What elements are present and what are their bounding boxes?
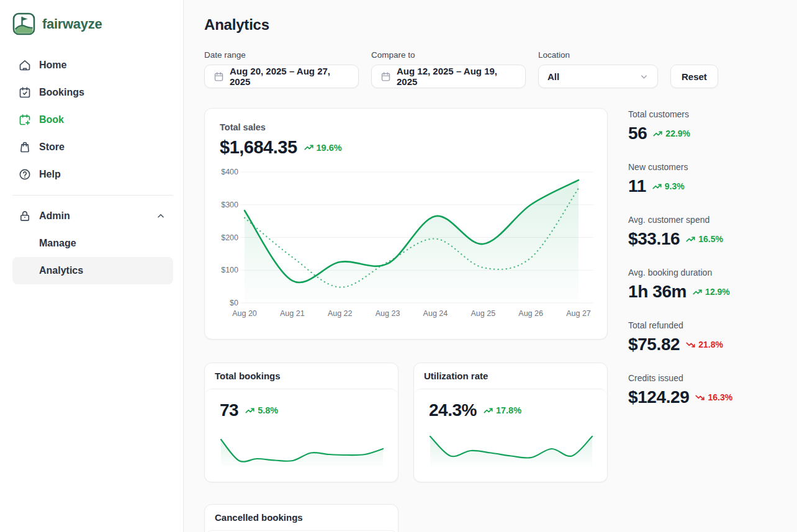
sidebar-item-help[interactable]: Help	[12, 161, 173, 188]
sidebar-item-admin[interactable]: Admin	[12, 202, 173, 230]
compare-to-input[interactable]: Aug 12, 2025 – Aug 19, 2025	[371, 65, 526, 88]
sidebar-item-home[interactable]: Home	[12, 52, 173, 79]
x-axis-tick-label: Aug 25	[471, 309, 495, 318]
stat-credits-issued: Credits issued $124.29 16.3%	[628, 373, 797, 407]
compare-to-value: Aug 12, 2025 – Aug 19, 2025	[397, 66, 516, 87]
x-axis-tick-label: Aug 21	[280, 309, 305, 318]
y-axis-tick-label: $300	[221, 201, 238, 209]
calendar-icon	[380, 71, 391, 82]
x-axis-tick-label: Aug 24	[423, 309, 448, 318]
stat-trend: 21.8%	[685, 340, 723, 349]
sidebar-item-bookings[interactable]: Bookings	[12, 79, 173, 106]
x-axis-tick-label: Aug 23	[376, 309, 400, 318]
y-axis-tick-label: $400	[221, 168, 238, 176]
home-icon	[19, 59, 31, 71]
reset-button[interactable]: Reset	[670, 65, 718, 88]
sidebar-item-label: Help	[39, 169, 61, 180]
sidebar-item-manage[interactable]: Manage	[12, 230, 173, 257]
y-axis-tick-label: $0	[230, 299, 238, 307]
total-sales-label: Total sales	[220, 122, 592, 132]
stat-trend: 16.3%	[695, 392, 732, 402]
total-bookings-sparkline	[220, 428, 384, 466]
total-bookings-card: Total bookings 73 5.8%	[204, 363, 398, 482]
stat-avg-customer-spend: Avg. customer spend $33.16 16.5%	[628, 215, 797, 249]
current-period-area	[245, 180, 579, 303]
sidebar-item-label: Book	[39, 114, 64, 125]
stat-total-customers: Total customers 56 22.9%	[628, 109, 797, 143]
sparkline-area	[430, 436, 592, 466]
utilization-rate-value: 24.3%	[429, 400, 477, 420]
x-axis-tick-label: Aug 27	[566, 309, 591, 318]
trend-up-icon	[685, 235, 696, 244]
stat-value: $75.82	[628, 335, 680, 354]
stat-trend: 16.5%	[685, 234, 723, 244]
brand-wordmark: fairwayze	[42, 16, 102, 32]
stat-value: 1h 36m	[628, 282, 687, 302]
stat-value: 11	[628, 176, 646, 196]
help-circle-icon	[19, 168, 31, 181]
stat-avg-booking-duration: Avg. booking duration 1h 36m 12.9%	[628, 268, 797, 302]
total-bookings-value: 73	[220, 400, 238, 420]
utilization-rate-sparkline	[429, 428, 593, 466]
total-bookings-trend: 5.8%	[245, 405, 278, 415]
cancelled-bookings-card: Cancelled bookings	[204, 504, 398, 532]
chevron-up-icon	[155, 210, 167, 222]
shopping-bag-icon	[19, 141, 31, 153]
location-select[interactable]: All	[538, 65, 658, 88]
lock-icon	[19, 210, 31, 222]
trend-down-icon	[685, 340, 696, 349]
sidebar-item-label: Store	[39, 142, 65, 153]
stats-column: Total customers 56 22.9% New customers 1…	[628, 108, 797, 532]
fairwayze-logo-icon	[12, 12, 35, 35]
date-range-value: Aug 20, 2025 – Aug 27, 2025	[230, 66, 349, 87]
trend-up-icon	[692, 287, 703, 297]
sidebar-item-label: Bookings	[39, 87, 84, 98]
sidebar-divider	[12, 195, 173, 196]
trend-up-icon	[245, 406, 255, 415]
sidebar-item-label: Admin	[39, 210, 70, 222]
stat-trend: 9.3%	[652, 181, 685, 191]
stat-total-refunded: Total refunded $75.82 21.8%	[628, 320, 797, 354]
main-content: Analytics Date range Aug 20, 2025 – Aug …	[184, 0, 797, 532]
stat-new-customers: New customers 11 9.3%	[628, 162, 797, 196]
stat-value: $124.29	[628, 387, 689, 407]
trend-down-icon	[695, 393, 705, 402]
sidebar-item-label: Analytics	[39, 265, 83, 276]
chevron-down-icon	[639, 72, 649, 81]
utilization-rate-card: Utilization rate 24.3% 17.8%	[413, 363, 608, 482]
brand-logo[interactable]: fairwayze	[12, 12, 173, 35]
trend-up-icon	[483, 406, 493, 415]
x-axis-tick-label: Aug 22	[328, 309, 353, 318]
utilization-rate-label: Utilization rate	[414, 363, 607, 389]
compare-to-label: Compare to	[371, 50, 526, 60]
filter-bar: Date range Aug 20, 2025 – Aug 27, 2025 C…	[204, 50, 797, 88]
location-label: Location	[538, 50, 658, 60]
sidebar-item-store[interactable]: Store	[12, 133, 173, 161]
sidebar-item-book[interactable]: Book	[12, 106, 173, 133]
sparkline-line	[430, 436, 592, 458]
date-range-label: Date range	[204, 50, 359, 60]
sidebar: fairwayze Home Bookings	[0, 0, 184, 532]
sidebar-item-label: Manage	[39, 238, 76, 249]
sidebar-item-analytics[interactable]: Analytics	[12, 257, 173, 284]
trend-up-icon	[304, 143, 314, 152]
utilization-rate-trend: 17.8%	[483, 405, 521, 415]
page-title: Analytics	[204, 16, 797, 34]
calendar-check-icon	[19, 86, 31, 99]
calendar-icon	[214, 71, 224, 82]
trend-up-icon	[652, 182, 662, 191]
location-value: All	[547, 71, 559, 82]
total-sales-value: $1,684.35	[220, 137, 297, 158]
cancelled-bookings-label: Cancelled bookings	[205, 505, 398, 530]
calendar-plus-icon	[19, 114, 31, 126]
y-axis-tick-label: $100	[221, 266, 238, 274]
total-bookings-label: Total bookings	[205, 363, 398, 389]
stat-value: $33.16	[628, 229, 680, 249]
stat-value: 56	[628, 124, 647, 143]
total-sales-card: Total sales $1,684.35 19.6% $0$100$200$3…	[204, 108, 608, 340]
total-sales-line-chart: $0$100$200$300$400Aug 20Aug 21Aug 22Aug …	[220, 165, 593, 320]
x-axis-tick-label: Aug 20	[232, 309, 257, 318]
date-range-input[interactable]: Aug 20, 2025 – Aug 27, 2025	[204, 65, 359, 88]
primary-nav: Home Bookings Book Stor	[12, 52, 173, 284]
y-axis-tick-label: $200	[221, 233, 238, 242]
